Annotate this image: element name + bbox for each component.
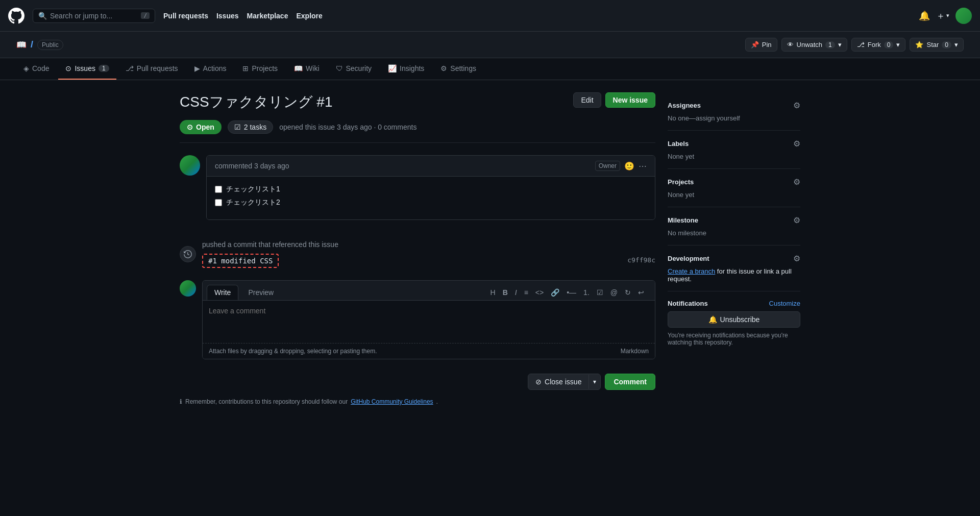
watch-chevron-icon: ▾ bbox=[838, 41, 842, 48]
checklist-checkbox-2[interactable] bbox=[215, 199, 222, 206]
notifications-title: Notifications bbox=[668, 300, 708, 307]
create-branch-link[interactable]: Create a branch bbox=[668, 267, 715, 275]
reply-avatar bbox=[180, 280, 196, 297]
toolbar-mention[interactable]: @ bbox=[608, 286, 620, 299]
toolbar-reference[interactable]: ↻ bbox=[622, 286, 633, 299]
sidebar-labels: Labels ⚙ None yet bbox=[668, 131, 800, 169]
commit-hash: c9ff98c bbox=[627, 256, 655, 264]
toolbar-heading[interactable]: H bbox=[488, 286, 498, 299]
guidelines-link[interactable]: GitHub Community Guidelines bbox=[351, 398, 433, 405]
tab-preview[interactable]: Preview bbox=[240, 285, 281, 300]
labels-title: Labels bbox=[668, 140, 689, 148]
labels-gear-button[interactable]: ⚙ bbox=[793, 139, 800, 149]
emoji-reaction-button[interactable]: 🙂 bbox=[624, 161, 634, 171]
comment-header-right: Owner 🙂 ⋯ bbox=[595, 161, 647, 171]
unsubscribe-button[interactable]: 🔔 Unsubscribe bbox=[668, 311, 800, 328]
repo-nav: ◈ Code ⊙ Issues 1 ⎇ Pull requests ▶ Acti… bbox=[0, 58, 980, 80]
issues-icon: ⊙ bbox=[65, 64, 71, 72]
comment-textarea[interactable] bbox=[203, 301, 655, 341]
comment-options-button[interactable]: ⋯ bbox=[639, 161, 647, 171]
comment-card-wrapper: commented 3 days ago Owner 🙂 ⋯ チェックリスト1 bbox=[206, 155, 655, 228]
issue-title: CSSファクタリング #1 bbox=[180, 92, 333, 112]
create-new-button[interactable]: ＋ ▾ bbox=[936, 10, 949, 22]
nav-security[interactable]: 🛡 Security bbox=[329, 58, 379, 80]
fork-button[interactable]: ⎇ Fork 0 ▾ bbox=[851, 38, 906, 52]
github-logo[interactable] bbox=[8, 8, 24, 24]
star-button[interactable]: ⭐ Star 0 ▾ bbox=[910, 38, 964, 52]
toolbar-bold[interactable]: B bbox=[500, 286, 510, 299]
tab-write[interactable]: Write bbox=[207, 285, 238, 300]
edit-title-button[interactable]: Edit bbox=[573, 92, 601, 108]
nav-explore[interactable]: Explore bbox=[296, 12, 322, 20]
notifications-bell[interactable]: 🔔 bbox=[919, 10, 930, 21]
toolbar-unordered-list[interactable]: •— bbox=[564, 286, 579, 299]
public-badge: Public bbox=[37, 40, 63, 50]
toolbar-task-list[interactable]: ☑ bbox=[594, 286, 606, 299]
pin-button[interactable]: 📌 Pin bbox=[745, 38, 777, 52]
user-avatar[interactable] bbox=[955, 8, 972, 24]
development-gear-button[interactable]: ⚙ bbox=[793, 254, 800, 263]
comment-header-left: commented 3 days ago bbox=[215, 162, 289, 170]
nav-issues[interactable]: ⊙ Issues 1 bbox=[58, 58, 116, 80]
nav-insights[interactable]: 📈 Insights bbox=[381, 58, 431, 80]
top-navbar: 🔍 Search or jump to... / Pull requests I… bbox=[0, 0, 980, 32]
search-icon: 🔍 bbox=[38, 12, 47, 20]
nav-code[interactable]: ◈ Code bbox=[16, 58, 56, 80]
nav-issues[interactable]: Issues bbox=[216, 12, 239, 20]
nav-actions[interactable]: ▶ Actions bbox=[187, 58, 234, 80]
new-issue-button[interactable]: New issue bbox=[605, 92, 655, 108]
watch-button[interactable]: 👁 Unwatch 1 ▾ bbox=[781, 38, 847, 52]
footer-note: ℹ Remember, contributions to this reposi… bbox=[180, 398, 655, 405]
toolbar-list[interactable]: ≡ bbox=[522, 286, 531, 299]
labels-header: Labels ⚙ bbox=[668, 139, 800, 149]
close-issue-main-button[interactable]: ⊘ Close issue bbox=[528, 374, 589, 389]
projects-value: None yet bbox=[668, 191, 800, 199]
toolbar-code[interactable]: <> bbox=[533, 286, 546, 299]
repo-separator: / bbox=[31, 39, 33, 50]
wiki-icon: 📖 bbox=[294, 64, 303, 72]
sidebar-assignees: Assignees ⚙ No one—assign yourself bbox=[668, 92, 800, 131]
nav-pull-requests[interactable]: Pull requests bbox=[163, 12, 208, 20]
actions-icon: ▶ bbox=[194, 64, 200, 72]
editor-footer-right: Markdown bbox=[621, 348, 649, 355]
bell-icon: 🔔 bbox=[708, 315, 717, 324]
projects-header: Projects ⚙ bbox=[668, 177, 800, 187]
customize-notifications-button[interactable]: Customize bbox=[769, 300, 800, 307]
sidebar-projects: Projects ⚙ None yet bbox=[668, 169, 800, 207]
fork-icon: ⎇ bbox=[857, 41, 865, 48]
search-bar[interactable]: 🔍 Search or jump to... / bbox=[33, 9, 155, 23]
notifications-header: Notifications Customize bbox=[668, 300, 800, 307]
star-chevron-icon: ▾ bbox=[954, 41, 958, 48]
issue-content: CSSファクタリング #1 Edit New issue ⊙ Open ☑ 2 … bbox=[180, 92, 655, 405]
close-issue-dropdown-button[interactable]: ▾ bbox=[589, 375, 600, 389]
search-shortcut: / bbox=[141, 12, 150, 19]
projects-gear-button[interactable]: ⚙ bbox=[793, 177, 800, 187]
nav-settings[interactable]: ⚙ Settings bbox=[433, 58, 483, 80]
nav-marketplace[interactable]: Marketplace bbox=[247, 12, 288, 20]
checklist-checkbox-1[interactable] bbox=[215, 186, 222, 193]
nav-wiki[interactable]: 📖 Wiki bbox=[287, 58, 326, 80]
toolbar-undo[interactable]: ↩ bbox=[635, 286, 647, 299]
comment-time: commented 3 days ago bbox=[215, 162, 289, 170]
open-circle-icon: ⊙ bbox=[187, 123, 193, 131]
commit-dashed-label[interactable]: #1 modified CSS bbox=[202, 254, 279, 268]
editor-toolbar: H B I ≡ <> 🔗 •— 1. ☑ @ ↻ ↩ bbox=[488, 286, 651, 299]
info-icon: ℹ bbox=[180, 398, 182, 405]
markdown-icon[interactable]: Markdown bbox=[621, 348, 649, 355]
comment-editor: Write Preview H B I ≡ <> 🔗 •— 1. ☑ bbox=[202, 280, 655, 359]
nav-pull-requests[interactable]: ⎇ Pull requests bbox=[118, 58, 185, 80]
comment-card: commented 3 days ago Owner 🙂 ⋯ チェックリスト1 bbox=[206, 155, 655, 220]
toolbar-italic[interactable]: I bbox=[512, 286, 520, 299]
toolbar-ordered-list[interactable]: 1. bbox=[581, 286, 592, 299]
toolbar-link[interactable]: 🔗 bbox=[548, 286, 562, 299]
notifications-note: You're receiving notifications because y… bbox=[668, 332, 800, 346]
nav-projects[interactable]: ⊞ Projects bbox=[235, 58, 285, 80]
commit-line: #1 modified CSS c9ff98c bbox=[202, 252, 655, 268]
settings-icon: ⚙ bbox=[440, 64, 447, 72]
sidebar-notifications: Notifications Customize 🔔 Unsubscribe Yo… bbox=[668, 291, 800, 354]
main-comment-section: commented 3 days ago Owner 🙂 ⋯ チェックリスト1 bbox=[180, 155, 655, 228]
comment-button[interactable]: Comment bbox=[605, 374, 655, 390]
assignees-gear-button[interactable]: ⚙ bbox=[793, 101, 800, 110]
milestone-gear-button[interactable]: ⚙ bbox=[793, 215, 800, 225]
checklist-item-1: チェックリスト1 bbox=[215, 185, 647, 194]
